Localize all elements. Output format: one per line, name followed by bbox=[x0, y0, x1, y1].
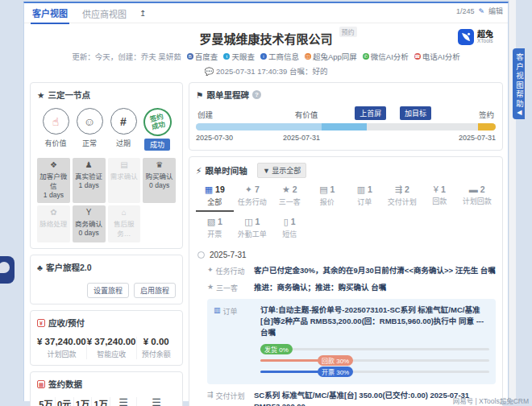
hash-icon: # bbox=[110, 108, 137, 135]
tab-invoice[interactable]: ▧1开票 bbox=[196, 217, 234, 242]
node-valuable[interactable]: ☝ 有价值 bbox=[39, 108, 73, 151]
signed-stamp: 签约成功 bbox=[140, 105, 174, 139]
detail-statement-link[interactable]: ☰明细往来对账 bbox=[137, 397, 176, 406]
tab-quote[interactable]: ▤1报价 bbox=[309, 184, 347, 212]
tile-purchase-confirm[interactable]: ♛购买确认0 days bbox=[143, 158, 176, 203]
order-entry-card[interactable]: ▥订单 订单:自动主题-报价单号-2025073101-SC系列 标准气缸/MC… bbox=[207, 299, 496, 384]
collapse-arrow-icon: ◀ bbox=[516, 109, 523, 116]
person-icon: ♟ bbox=[73, 161, 105, 169]
to-homescreen-button[interactable]: 上首屏 bbox=[355, 106, 386, 120]
meta-row: 更新：今天，创建：乔夫 吴妍茹 B百度查 t天眼查 i工商信息 ◫超兔App同屏… bbox=[24, 51, 508, 62]
tab-field-work[interactable]: ◫1外勤工单 bbox=[234, 217, 272, 242]
planned-payment-amount: ¥ 37,240.00计划回款 bbox=[37, 337, 87, 359]
edit-label[interactable]: 编辑 bbox=[488, 6, 503, 16]
timeline-entry[interactable]: ⇶交付计划 SC系列 标准气缸/MC/基准[台] 350.00(已交付:0.00… bbox=[196, 390, 496, 406]
tab-payment[interactable]: ¥1回款 bbox=[421, 184, 459, 212]
crm-page: CRM CRM 客户视图 供应商视图 ↥ 1/245 ✎ 编辑 超兔 XTool… bbox=[0, 0, 532, 406]
timeline-date-group: 2025-7-31 bbox=[197, 251, 496, 259]
add-goal-button[interactable]: 加目标 bbox=[400, 106, 431, 120]
stage-created: 创建 bbox=[197, 109, 213, 120]
smart-receivable-amount: ¥ 37,240.00智能应收 bbox=[87, 337, 137, 359]
milestone-title: 跟单里程碑 bbox=[206, 89, 249, 101]
account-statement-link[interactable]: ☰往来对账 bbox=[110, 397, 137, 406]
star-icon: ★ bbox=[282, 184, 290, 194]
tile-demand-confirm[interactable]: ▤需求确认 bbox=[108, 158, 141, 203]
goblet-icon: Y bbox=[73, 209, 105, 217]
car-icon: ◫ bbox=[244, 217, 252, 226]
wechat-ai-icon: ✆ bbox=[363, 53, 369, 60]
tab-planned-payment[interactable]: ▬2计划回款 bbox=[459, 184, 497, 212]
logo-subtitle: XTools bbox=[477, 39, 493, 44]
customer-view-help-tab[interactable]: 客户视图帮助◀ bbox=[513, 48, 525, 119]
tab-supplier-view[interactable]: 供应商视图 bbox=[81, 3, 128, 23]
show-all-dropdown[interactable]: ▼ 显示全部 bbox=[257, 163, 306, 178]
tile-real-verify[interactable]: ♟真实验证1 days bbox=[73, 158, 106, 203]
runner-icon: ✦ bbox=[245, 184, 252, 194]
baidu-icon: B bbox=[187, 53, 193, 60]
trophy-icon: ♛ bbox=[143, 161, 175, 169]
nodes-panel-title: 三定一节点 bbox=[48, 89, 90, 101]
edit-pencil-icon[interactable]: ✎ bbox=[478, 7, 484, 15]
timeline-entry[interactable]: ✦任务行动 客户已付定金30%，其余的在9月30日前付清<<商务确认>> 汪先生… bbox=[196, 265, 496, 276]
tab-sanyike[interactable]: ★2三一客 bbox=[271, 184, 309, 212]
link-baidu-check[interactable]: B百度查 bbox=[187, 51, 218, 62]
pin-icon[interactable]: ↥ bbox=[139, 9, 146, 18]
timeline-entry[interactable]: ★三一客 推进：商务确认；推进：购买确认 台嘱 bbox=[196, 282, 496, 293]
left-column: ★三定一节点 ☝ 有价值 ☺ 正常 # 过期 bbox=[30, 82, 183, 406]
stat-contract: 5万3合约 bbox=[37, 397, 56, 406]
link-tianyancha[interactable]: t天眼查 bbox=[223, 51, 255, 62]
journey-title: 客户旅程2.0 bbox=[46, 261, 92, 273]
card-icon: ▬ bbox=[469, 184, 478, 194]
phone-icon: ▯ bbox=[284, 217, 289, 226]
success-badge: 成功 bbox=[144, 139, 170, 151]
meta-prefix: 更新：今天，创建：乔夫 吴妍茹 bbox=[72, 51, 181, 62]
tab-all[interactable]: ▦19全部 bbox=[196, 184, 234, 212]
calendar-icon: ▦ bbox=[205, 184, 213, 194]
node-expired[interactable]: # 过期 bbox=[106, 108, 140, 151]
date-created: 2025-07-30 bbox=[196, 134, 233, 142]
date-valuable: 2025-07-31 bbox=[283, 134, 320, 142]
briefcase-icon: ⌂ bbox=[109, 209, 140, 217]
link-phone-ai[interactable]: ☎电话AI分析 bbox=[414, 51, 460, 62]
tab-sms[interactable]: ▯1短信 bbox=[271, 217, 309, 242]
star-icon: ★ bbox=[37, 90, 44, 100]
app-mirror-icon: ◫ bbox=[305, 53, 311, 60]
truck-icon: ⇶ bbox=[395, 184, 402, 194]
stat-delivery: 0元发货 bbox=[56, 397, 74, 406]
site-watermark: 网易号 | XTools超兔CRM bbox=[453, 396, 529, 405]
node-tiles: ❖加客户微信1 days ♟真实验证1 days ▤需求确认 ♛购买确认0 da… bbox=[37, 158, 176, 242]
tile-business-confirm[interactable]: Y商务确认0 days bbox=[73, 205, 106, 242]
business-info-icon: i bbox=[260, 53, 267, 60]
node-signed[interactable]: 签约成功 成功 bbox=[140, 108, 174, 151]
list-icon: ☰ bbox=[137, 397, 176, 406]
link-business-info[interactable]: i工商信息 bbox=[260, 51, 299, 62]
tab-customer-view[interactable]: 客户视图 bbox=[31, 2, 69, 24]
order-doc-icon: ▥ bbox=[214, 306, 221, 314]
top-tab-bar: 客户视图 供应商视图 ↥ 1/245 ✎ 编辑 bbox=[24, 3, 508, 23]
link-wechat-ai[interactable]: ✆微信AI分析 bbox=[363, 51, 409, 62]
set-journey-button[interactable]: 设置旅程 bbox=[87, 283, 129, 298]
tianyancha-icon: t bbox=[223, 53, 230, 60]
tile-add-wechat[interactable]: ❖加客户微信1 days bbox=[37, 158, 70, 203]
pager-count[interactable]: 1/245 bbox=[456, 7, 475, 15]
tab-tasks[interactable]: ✦7任务行动 bbox=[234, 184, 272, 212]
journey-panel: ♣客户旅程2.0 设置旅程 启用旅程 bbox=[30, 255, 183, 304]
last-note-line: 💬 2025-07-31 17:40:39 台嘱：好的 bbox=[24, 65, 508, 77]
tab-order[interactable]: ▥1订单 bbox=[346, 184, 384, 212]
tab-delivery-plan[interactable]: ⇶2交付计划 bbox=[384, 184, 422, 212]
journey-icon: ♣ bbox=[37, 263, 43, 272]
link-app-mirror[interactable]: ◫超兔App同屏 bbox=[305, 51, 357, 62]
enable-journey-button[interactable]: 启用旅程 bbox=[134, 283, 176, 298]
thumb-up-icon: ☝ bbox=[43, 108, 69, 135]
help-question-icon[interactable]: ? bbox=[252, 90, 261, 99]
tile-after-sales[interactable]: ⌂售后服务… bbox=[108, 205, 141, 242]
comment-bubble-icon: 💬 bbox=[205, 67, 214, 76]
tile-network-handle[interactable]: ✿脉络处理 bbox=[37, 205, 70, 242]
order-doc-icon: ▥ bbox=[357, 184, 365, 194]
gear-icon: ✿ bbox=[38, 209, 69, 217]
timeline-tabs: ▦19全部 ✦7任务行动 ★2三一客 ▤1报价 ▥1订单 ⇶2交付计划 ¥1回款… bbox=[196, 184, 496, 242]
timeline-title: 跟单时间轴 bbox=[205, 164, 247, 176]
invoice-icon: ▧ bbox=[207, 217, 215, 226]
node-normal[interactable]: ☺ 正常 bbox=[73, 108, 106, 151]
lightning-icon: ⚡ bbox=[196, 166, 202, 176]
